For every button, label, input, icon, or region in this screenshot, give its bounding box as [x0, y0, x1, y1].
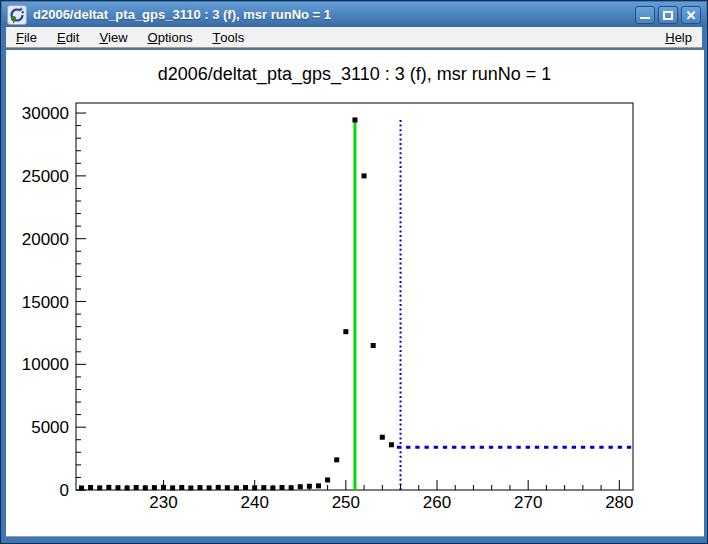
menu-item-help[interactable]: Help [655, 27, 702, 47]
menu-item-options[interactable]: Options [138, 27, 203, 47]
data-point [243, 485, 248, 490]
data-point [179, 485, 184, 490]
data-point [289, 485, 294, 490]
x-tick-label: 280 [605, 493, 633, 512]
data-point [88, 485, 93, 490]
data-point [298, 484, 303, 489]
close-button[interactable]: ✕ [681, 6, 701, 24]
data-point [161, 485, 166, 490]
data-point [207, 485, 212, 490]
data-point [261, 485, 266, 490]
data-point [362, 173, 367, 178]
data-point [234, 485, 239, 490]
maximize-icon [663, 11, 673, 20]
x-tick-label: 230 [149, 493, 177, 512]
data-point [152, 485, 157, 490]
menu-item-tools[interactable]: Tools [202, 27, 254, 47]
y-tick-label: 20000 [22, 230, 69, 249]
data-point [343, 329, 348, 334]
window-buttons: ✕ [635, 6, 701, 24]
menu-item-view[interactable]: View [89, 27, 137, 47]
minimize-button[interactable] [635, 6, 655, 24]
y-tick-label: 0 [60, 481, 69, 500]
data-point [170, 485, 175, 490]
data-point [197, 485, 202, 490]
data-point [115, 485, 120, 490]
data-point [352, 117, 357, 122]
minimize-icon [640, 17, 650, 19]
x-tick-label: 270 [514, 493, 542, 512]
titlebar[interactable]: d2006/deltat_pta_gps_3110 : 3 (f), msr r… [2, 2, 706, 27]
data-point [280, 485, 285, 490]
data-point [252, 485, 257, 490]
app-window: d2006/deltat_pta_gps_3110 : 3 (f), msr r… [0, 0, 708, 544]
data-point [389, 442, 394, 447]
data-point [143, 485, 148, 490]
data-point [380, 435, 385, 440]
data-point [316, 483, 321, 488]
menu-bar: FileEditViewOptionsToolsHelp [6, 27, 702, 48]
plot-title: d2006/deltat_pta_gps_3110 : 3 (f), msr r… [158, 64, 551, 85]
data-point [334, 457, 339, 462]
data-point [79, 485, 84, 490]
plot: d2006/deltat_pta_gps_3110 : 3 (f), msr r… [6, 50, 704, 538]
data-point [270, 485, 275, 490]
data-point [125, 485, 130, 490]
root-canvas[interactable]: d2006/deltat_pta_gps_3110 : 3 (f), msr r… [6, 49, 704, 537]
data-point [307, 484, 312, 489]
y-tick-label: 5000 [31, 418, 69, 437]
y-tick-label: 15000 [22, 293, 69, 312]
y-tick-label: 10000 [22, 355, 69, 374]
data-point [225, 485, 230, 490]
maximize-button[interactable] [658, 6, 678, 24]
data-point [325, 477, 330, 482]
data-point [188, 485, 193, 490]
x-tick-label: 250 [332, 493, 360, 512]
root-app-icon [7, 5, 27, 25]
x-tick-label: 260 [423, 493, 451, 512]
data-point [216, 485, 221, 490]
menu-item-edit[interactable]: Edit [47, 27, 89, 47]
window-title: d2006/deltat_pta_gps_3110 : 3 (f), msr r… [33, 7, 331, 22]
data-point [106, 485, 111, 490]
data-point [97, 485, 102, 490]
y-tick-label: 25000 [22, 167, 69, 186]
menu-item-file[interactable]: File [6, 27, 47, 47]
close-icon: ✕ [682, 7, 700, 23]
y-tick-label: 30000 [22, 104, 69, 123]
data-point [371, 343, 376, 348]
data-point [134, 485, 139, 490]
x-tick-label: 240 [240, 493, 268, 512]
